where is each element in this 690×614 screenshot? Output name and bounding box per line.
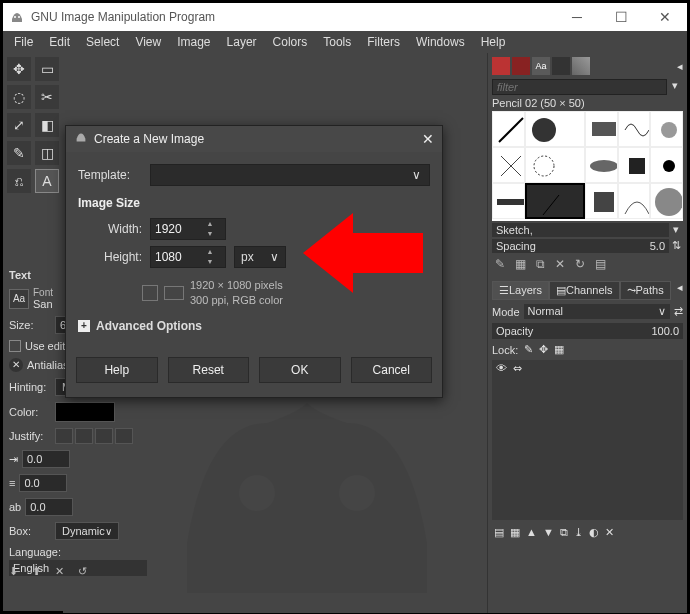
move-tool-icon[interactable]: ✥ <box>7 57 31 81</box>
chevron-down-icon[interactable]: ▾ <box>669 223 683 237</box>
menu-view[interactable]: View <box>128 33 168 51</box>
annotation-arrow <box>303 203 433 303</box>
brush-filter-input[interactable] <box>492 79 667 95</box>
fonts-tab-icon[interactable]: Aa <box>532 57 550 75</box>
clone-tool-icon[interactable]: ⎌ <box>7 169 31 193</box>
merge-layer-icon[interactable]: ⤓ <box>574 526 583 539</box>
rect-select-tool-icon[interactable]: ▭ <box>35 57 59 81</box>
height-down[interactable]: ▼ <box>203 257 217 267</box>
crop-tool-icon[interactable]: ✂ <box>35 85 59 109</box>
indent-input[interactable] <box>22 450 70 468</box>
text-tool-icon[interactable]: A <box>35 169 59 193</box>
layer-list[interactable]: 👁 ⇔ <box>492 360 683 520</box>
lower-layer-icon[interactable]: ▼ <box>543 526 554 539</box>
raise-layer-icon[interactable]: ▲ <box>526 526 537 539</box>
ok-button[interactable]: OK <box>259 357 341 383</box>
advanced-options-toggle[interactable]: + Advanced Options <box>78 319 430 333</box>
opacity-slider[interactable]: Opacity 100.0 <box>492 323 683 339</box>
justify-left-button[interactable] <box>55 428 73 444</box>
justify-right-button[interactable] <box>75 428 93 444</box>
lock-pixels-icon[interactable]: ✎ <box>524 343 533 356</box>
new-brush-icon[interactable]: ▦ <box>512 257 528 273</box>
font-preview-icon[interactable]: Aa <box>9 289 29 309</box>
new-layer-icon[interactable]: ▤ <box>494 526 504 539</box>
line-spacing-input[interactable] <box>19 474 67 492</box>
menu-filters[interactable]: Filters <box>360 33 407 51</box>
duplicate-brush-icon[interactable]: ⧉ <box>532 257 548 273</box>
tab-layers[interactable]: ☰Layers <box>492 281 549 300</box>
menu-file[interactable]: File <box>7 33 40 51</box>
height-input[interactable]: ▲▼ <box>150 246 226 268</box>
menu-windows[interactable]: Windows <box>409 33 472 51</box>
tab-paths[interactable]: ⤳Paths <box>620 281 671 300</box>
brushes-tab-icon[interactable] <box>492 57 510 75</box>
minimize-button[interactable]: ─ <box>555 3 599 31</box>
delete-brush-icon[interactable]: ✕ <box>552 257 568 273</box>
box-mode-select[interactable]: Dynamic∨ <box>55 522 119 540</box>
open-brush-icon[interactable]: ▤ <box>592 257 608 273</box>
spacing-value[interactable]: 5.0 <box>646 239 669 253</box>
restore-options-icon[interactable]: ⬆ <box>32 565 41 578</box>
link-icon[interactable]: ⇔ <box>513 362 522 375</box>
tab-channels[interactable]: ▤Channels <box>549 281 619 300</box>
width-up[interactable]: ▲ <box>203 219 217 229</box>
height-up[interactable]: ▲ <box>203 247 217 257</box>
portrait-icon[interactable] <box>142 285 158 301</box>
duplicate-layer-icon[interactable]: ⧉ <box>560 526 568 539</box>
justify-center-button[interactable] <box>95 428 113 444</box>
help-button[interactable]: Help <box>76 357 158 383</box>
blend-mode-select[interactable]: Normal∨ <box>524 304 670 319</box>
close-button[interactable]: ✕ <box>643 3 687 31</box>
menu-tools[interactable]: Tools <box>316 33 358 51</box>
antialias-toggle[interactable]: ✕ <box>9 358 23 372</box>
template-select[interactable]: ∨ <box>150 164 430 186</box>
delete-options-icon[interactable]: ✕ <box>55 565 64 578</box>
dialog-close-button[interactable]: ✕ <box>422 131 434 147</box>
gradients-tab-icon[interactable] <box>572 57 590 75</box>
cancel-button[interactable]: Cancel <box>351 357 433 383</box>
save-options-icon[interactable]: ⬇ <box>9 565 18 578</box>
layers-menu-icon[interactable]: ◂ <box>677 281 683 300</box>
transform-tool-icon[interactable]: ⤢ <box>7 113 31 137</box>
mask-layer-icon[interactable]: ◐ <box>589 526 599 539</box>
spacing-spinner[interactable]: ⇅ <box>669 239 683 253</box>
use-editor-checkbox[interactable] <box>9 340 21 352</box>
patterns-tab-icon[interactable] <box>512 57 530 75</box>
menu-select[interactable]: Select <box>79 33 126 51</box>
mode-switch-icon[interactable]: ⇄ <box>674 305 683 318</box>
delete-layer-icon[interactable]: ✕ <box>605 526 614 539</box>
eraser-tool-icon[interactable]: ◫ <box>35 141 59 165</box>
menu-image[interactable]: Image <box>170 33 217 51</box>
lasso-tool-icon[interactable]: ◌ <box>7 85 31 109</box>
brush-grid[interactable] <box>492 111 683 221</box>
lock-position-icon[interactable]: ✥ <box>539 343 548 356</box>
lock-alpha-icon[interactable]: ▦ <box>554 343 564 356</box>
reset-button[interactable]: Reset <box>168 357 250 383</box>
bucket-tool-icon[interactable]: ◧ <box>35 113 59 137</box>
menu-edit[interactable]: Edit <box>42 33 77 51</box>
brush-tool-icon[interactable]: ✎ <box>7 141 31 165</box>
history-tab-icon[interactable] <box>552 57 570 75</box>
width-down[interactable]: ▼ <box>203 229 217 239</box>
unit-select[interactable]: px∨ <box>234 246 286 268</box>
edit-brush-icon[interactable]: ✎ <box>492 257 508 273</box>
reset-options-icon[interactable]: ↺ <box>78 565 87 578</box>
menu-help[interactable]: Help <box>474 33 513 51</box>
text-color-swatch[interactable] <box>55 402 115 422</box>
font-name[interactable]: San <box>33 298 53 310</box>
justify-fill-button[interactable] <box>115 428 133 444</box>
menu-colors[interactable]: Colors <box>266 33 315 51</box>
letter-spacing-icon: ab <box>9 501 21 513</box>
width-input[interactable]: ▲▼ <box>150 218 226 240</box>
dock-menu-icon[interactable]: ◂ <box>677 60 683 73</box>
maximize-button[interactable]: ☐ <box>599 3 643 31</box>
layer-group-icon[interactable]: ▦ <box>510 526 520 539</box>
filter-menu-icon[interactable]: ▾ <box>667 79 683 95</box>
svg-point-5 <box>339 475 375 511</box>
letter-spacing-input[interactable] <box>25 498 73 516</box>
landscape-icon[interactable] <box>164 286 184 300</box>
refresh-brush-icon[interactable]: ↻ <box>572 257 588 273</box>
brush-category-select[interactable]: Sketch, <box>492 223 669 237</box>
visibility-icon[interactable]: 👁 <box>496 362 507 375</box>
menu-layer[interactable]: Layer <box>220 33 264 51</box>
